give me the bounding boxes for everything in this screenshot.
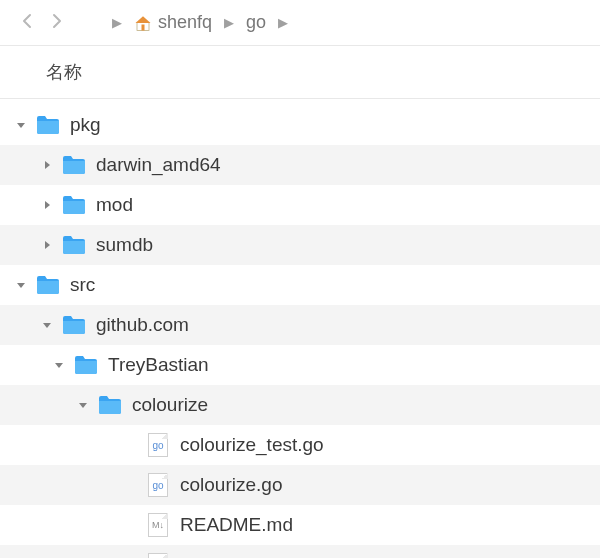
column-header-label: 名称 (46, 62, 82, 82)
breadcrumb-separator-icon: ▶ (112, 15, 122, 30)
row-label: colourize.go (180, 474, 282, 496)
chevron-right-icon (51, 13, 63, 29)
folder-icon (62, 313, 86, 337)
chevron-right-icon[interactable] (40, 158, 54, 173)
folder-icon (74, 353, 98, 377)
row-label: LICENSE (180, 554, 261, 558)
file-icon: . (146, 553, 170, 558)
toolbar: ▶ shenfq ▶ go ▶ (0, 0, 600, 46)
row-label: mod (96, 194, 133, 216)
chevron-right-icon[interactable] (40, 238, 54, 253)
tree-folder-row[interactable]: darwin_amd64 (0, 145, 600, 185)
go-file-icon: go (146, 433, 170, 457)
row-label: TreyBastian (108, 354, 209, 376)
tree-folder-row[interactable]: TreyBastian (0, 345, 600, 385)
folder-icon (62, 153, 86, 177)
chevron-right-icon[interactable] (40, 198, 54, 213)
go-file-icon: go (146, 473, 170, 497)
tree-file-row[interactable]: .LICENSE (0, 545, 600, 558)
tree-file-row[interactable]: M↓README.md (0, 505, 600, 545)
chevron-down-icon[interactable] (40, 318, 54, 333)
tree-folder-row[interactable]: sumdb (0, 225, 600, 265)
svg-marker-1 (136, 16, 151, 23)
tree-file-row[interactable]: gocolourize_test.go (0, 425, 600, 465)
chevron-down-icon[interactable] (14, 278, 28, 293)
nav-forward-button[interactable] (46, 11, 68, 34)
chevron-down-icon[interactable] (76, 398, 90, 413)
row-label: sumdb (96, 234, 153, 256)
home-icon (134, 14, 152, 32)
chevron-down-icon[interactable] (14, 118, 28, 133)
nav-back-button[interactable] (16, 11, 38, 34)
folder-icon (98, 393, 122, 417)
tree-folder-row[interactable]: mod (0, 185, 600, 225)
row-label: colourize_test.go (180, 434, 324, 456)
markdown-file-icon: M↓ (146, 513, 170, 537)
breadcrumb-separator-icon: ▶ (278, 15, 288, 30)
row-label: README.md (180, 514, 293, 536)
breadcrumb-label: go (246, 12, 266, 33)
chevron-down-icon[interactable] (52, 358, 66, 373)
chevron-left-icon (21, 13, 33, 29)
row-label: darwin_amd64 (96, 154, 221, 176)
tree-file-row[interactable]: gocolourize.go (0, 465, 600, 505)
row-label: colourize (132, 394, 208, 416)
tree-folder-row[interactable]: colourize (0, 385, 600, 425)
breadcrumb: ▶ shenfq ▶ go ▶ (100, 12, 300, 33)
tree-folder-row[interactable]: pkg (0, 105, 600, 145)
breadcrumb-segment-home[interactable]: shenfq (134, 12, 212, 33)
file-tree: pkg darwin_amd64 mod sumdb src github.co… (0, 99, 600, 558)
folder-icon (36, 113, 60, 137)
row-label: pkg (70, 114, 101, 136)
breadcrumb-label: shenfq (158, 12, 212, 33)
breadcrumb-separator-icon: ▶ (224, 15, 234, 30)
column-header-name[interactable]: 名称 (0, 46, 600, 99)
row-label: src (70, 274, 95, 296)
folder-icon (62, 193, 86, 217)
folder-icon (62, 233, 86, 257)
tree-folder-row[interactable]: src (0, 265, 600, 305)
row-label: github.com (96, 314, 189, 336)
breadcrumb-segment-go[interactable]: go (246, 12, 266, 33)
folder-icon (36, 273, 60, 297)
tree-folder-row[interactable]: github.com (0, 305, 600, 345)
svg-rect-2 (142, 24, 145, 30)
